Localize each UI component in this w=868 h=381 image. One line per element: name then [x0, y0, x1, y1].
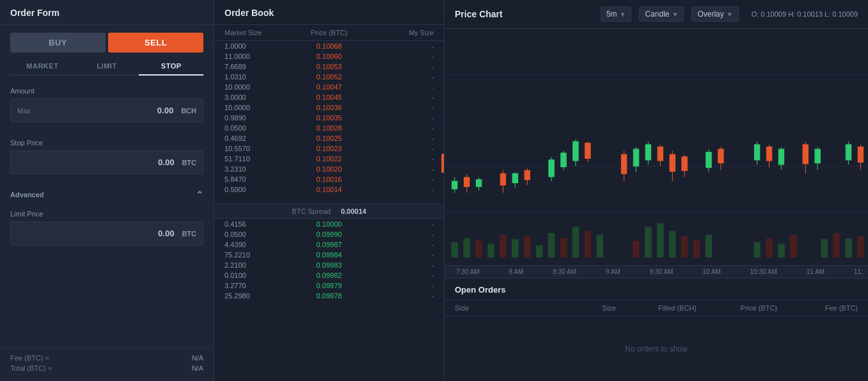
- ob-cell-price: 0.10023: [294, 145, 364, 152]
- svg-rect-43: [525, 170, 530, 179]
- svg-rect-27: [790, 234, 797, 257]
- tab-limit[interactable]: LIMIT: [75, 58, 139, 76]
- table-row: 0.5000 0.10014 -: [214, 184, 444, 195]
- svg-rect-37: [476, 180, 481, 187]
- ob-cell-size: 0.0100: [225, 272, 294, 279]
- svg-rect-13: [560, 238, 567, 257]
- limit-price-currency: BTC: [179, 223, 199, 244]
- table-row: 2.2100 0.09983 -: [214, 260, 444, 270]
- col-fee: Fee (BTC): [777, 304, 858, 312]
- right-panel: Price Chart 5m ▼ Candle ▼ Overlay ▼ O: 0…: [445, 0, 868, 381]
- spread-value: 0.00014: [341, 207, 367, 215]
- col-price: Price (BTC): [697, 304, 777, 312]
- order-book-panel: Order Book Market Size Price (BTC) My Si…: [214, 0, 445, 381]
- col-filled: Filled (BCH): [616, 304, 697, 312]
- ob-cell-size: 0.4692: [225, 134, 294, 142]
- svg-rect-6: [475, 241, 482, 257]
- svg-rect-5: [463, 238, 470, 257]
- table-row: 0.0100 0.09982 -: [214, 270, 444, 280]
- ob-cell-price: 0.10016: [294, 175, 364, 183]
- svg-rect-4: [452, 242, 459, 257]
- ob-cell-mysize: -: [364, 282, 434, 289]
- fee-row: Fee (BTC) ≈ N/A: [10, 354, 203, 362]
- buy-button[interactable]: BUY: [10, 33, 106, 53]
- timeframe-selector[interactable]: 5m ▼: [601, 6, 632, 22]
- xaxis-label-1: 8 AM: [504, 268, 529, 275]
- chart-title: Price Chart: [455, 9, 503, 19]
- svg-rect-81: [858, 147, 863, 163]
- svg-rect-14: [572, 227, 580, 257]
- ob-cell-price: 0.09984: [294, 251, 364, 259]
- ob-cell-price: 0.10052: [294, 73, 364, 81]
- stop-price-section: Stop Price 0.00 BTC: [0, 134, 214, 186]
- ob-cell-mysize: -: [364, 53, 434, 60]
- ob-cell-size: 51.7110: [225, 155, 294, 163]
- limit-price-input-row[interactable]: 0.00 BTC: [10, 222, 203, 245]
- ob-cell-mysize: -: [364, 83, 434, 91]
- tab-market[interactable]: MARKET: [10, 58, 75, 76]
- svg-rect-24: [754, 242, 761, 257]
- ob-cell-size: 10.0000: [225, 104, 294, 111]
- limit-price-section: Limit Price 0.00 BTC: [0, 205, 214, 257]
- svg-rect-8: [500, 234, 507, 257]
- amount-value: 0.00: [36, 99, 178, 122]
- table-row: 0.0500 0.09990 -: [214, 229, 444, 239]
- ob-cell-size: 10.0000: [225, 83, 294, 91]
- overlay-selector[interactable]: Overlay ▼: [691, 6, 738, 22]
- table-row: 7.6689 0.10053 -: [214, 61, 444, 72]
- svg-rect-12: [548, 233, 555, 257]
- ob-cell-price: 0.09982: [294, 272, 364, 279]
- tab-stop[interactable]: STOP: [139, 58, 203, 76]
- ob-cell-mysize: -: [364, 114, 434, 122]
- ob-cell-price: 0.10000: [294, 220, 364, 228]
- xaxis-label-8: 11:: [849, 268, 868, 275]
- limit-price-label: Limit Price: [10, 210, 203, 218]
- xaxis-label-2: 8:30 AM: [548, 268, 581, 275]
- col-size: Size: [535, 304, 616, 312]
- table-row: 10.5570 0.10023 -: [214, 143, 444, 154]
- advanced-label: Advanced: [10, 191, 44, 199]
- svg-rect-21: [681, 236, 688, 257]
- chevron-up-icon: ⌃: [196, 190, 203, 200]
- ob-cell-price: 0.10068: [294, 42, 364, 50]
- svg-rect-23: [706, 234, 713, 257]
- svg-rect-59: [658, 147, 663, 161]
- ob-cell-size: 75.2210: [225, 251, 294, 259]
- table-row: 3.2770 0.09979 -: [214, 280, 444, 291]
- total-row: Total (BTC) ≈ N/A: [10, 364, 203, 372]
- svg-rect-33: [452, 181, 457, 189]
- no-orders-message: No orders to show: [445, 316, 868, 381]
- ob-cell-price: 0.10060: [294, 53, 364, 60]
- total-value: N/A: [192, 364, 203, 372]
- svg-rect-65: [706, 152, 711, 168]
- svg-rect-19: [657, 223, 664, 258]
- stop-price-input-row[interactable]: 0.00 BTC: [10, 150, 203, 174]
- ob-cell-size: 3.2770: [225, 282, 294, 289]
- overlay-chevron-icon: ▼: [727, 11, 733, 18]
- ob-cell-size: 11.0000: [225, 53, 294, 60]
- table-row: 10.0000 0.10036 -: [214, 102, 444, 113]
- ob-cell-mysize: -: [364, 93, 434, 101]
- ob-cell-price: 0.10028: [294, 124, 364, 132]
- sell-orders: 1.0000 0.10068 - 11.0000 0.10060 - 7.668…: [214, 41, 444, 204]
- advanced-toggle[interactable]: Advanced ⌃: [0, 186, 214, 205]
- table-row: 75.2210 0.09984 -: [214, 250, 444, 260]
- ob-cell-size: 3.2310: [225, 165, 294, 173]
- timeframe-value: 5m: [606, 10, 617, 19]
- candlestick-chart: [445, 29, 868, 265]
- sell-button[interactable]: SELL: [108, 33, 203, 53]
- open-orders-title: Open Orders: [455, 285, 505, 295]
- ob-cell-mysize: -: [364, 165, 434, 173]
- ob-cell-mysize: -: [364, 175, 434, 183]
- svg-rect-73: [778, 149, 784, 165]
- chart-type-selector[interactable]: Candle ▼: [639, 6, 684, 22]
- table-row: 4.4390 0.09987 -: [214, 239, 444, 250]
- table-row: 1.0000 0.10068 -: [214, 41, 444, 51]
- chart-stats: O: 0.10009 H: 0.10013 L: 0.10009: [752, 10, 858, 18]
- chart-type-value: Candle: [645, 10, 669, 19]
- amount-input-row[interactable]: Max 0.00 BCH: [10, 99, 203, 122]
- svg-rect-57: [645, 145, 651, 160]
- ob-cell-mysize: -: [364, 231, 434, 238]
- ob-cell-mysize: -: [364, 145, 434, 152]
- chart-area[interactable]: [445, 29, 868, 265]
